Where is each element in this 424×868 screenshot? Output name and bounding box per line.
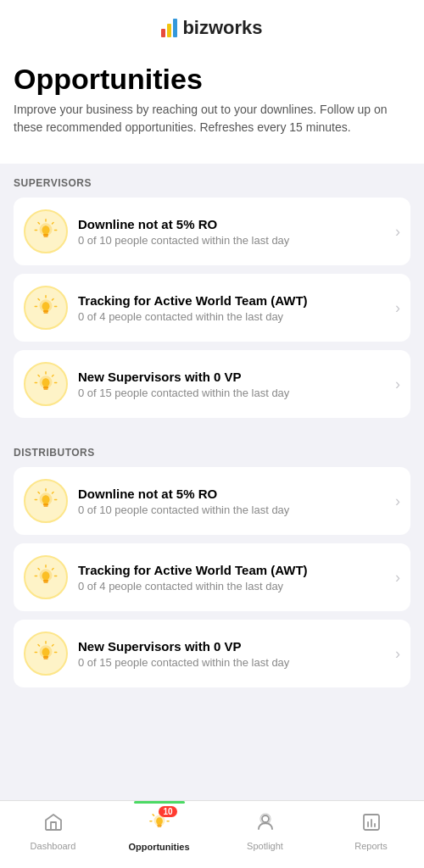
- opportunities-badge: 10: [159, 806, 176, 817]
- distributors-item-0[interactable]: Downline not at 5% RO 0 of 10 people con…: [14, 467, 410, 535]
- svg-rect-38: [43, 580, 48, 581]
- distributors-section-title: DISTRIBUTORS: [14, 447, 410, 459]
- spotlight-icon: [255, 812, 276, 837]
- supervisors-item-0-subtitle: 0 of 10 people contacted within the last…: [78, 234, 388, 247]
- supervisors-section: SUPERVISORS Downline not at 5% RO 0 of 1…: [0, 164, 424, 433]
- supervisors-item-0-title: Downline not at 5% RO: [78, 217, 388, 231]
- svg-line-10: [53, 299, 54, 301]
- header: bizworks: [0, 0, 424, 56]
- reports-icon: [361, 812, 382, 837]
- svg-rect-31: [43, 505, 47, 507]
- svg-rect-15: [43, 312, 47, 314]
- svg-rect-14: [43, 310, 48, 312]
- svg-rect-39: [43, 581, 47, 583]
- logo-container: bizworks: [14, 17, 410, 39]
- supervisors-item-1-subtitle: 0 of 4 people contacted within the last …: [78, 310, 388, 323]
- svg-line-12: [38, 299, 40, 301]
- supervisors-item-2-text: New Supervisors with 0 VP 0 of 15 people…: [78, 370, 388, 399]
- nav-item-spotlight[interactable]: Spotlight: [212, 801, 318, 868]
- distributors-item-2-text: New Supervisors with 0 VP 0 of 15 people…: [78, 639, 388, 669]
- distributors-item-0-subtitle: 0 of 10 people contacted within the last…: [78, 504, 388, 516]
- svg-rect-55: [157, 826, 161, 826]
- nav-label-reports: Reports: [354, 841, 388, 851]
- supervisors-item-0[interactable]: Downline not at 5% RO 0 of 10 people con…: [14, 198, 410, 265]
- svg-line-26: [53, 492, 54, 494]
- nav-item-reports[interactable]: Reports: [318, 801, 424, 868]
- supervisors-item-2-title: New Supervisors with 0 VP: [78, 370, 388, 384]
- distributors-item-2-subtitle: 0 of 15 people contacted within the last…: [78, 656, 388, 669]
- svg-line-42: [53, 645, 54, 647]
- supervisors-item-1[interactable]: Tracking for Active World Team (AWT) 0 o…: [14, 274, 410, 342]
- logo-bar-blue: [173, 19, 177, 37]
- bottom-nav: Dashboard 10 Opportunities: [0, 800, 424, 868]
- opportunity-icon-1: [24, 286, 68, 330]
- svg-line-18: [53, 376, 54, 377]
- svg-rect-22: [43, 387, 48, 388]
- nav-label-opportunities: Opportunities: [128, 842, 189, 852]
- svg-rect-47: [43, 658, 47, 659]
- svg-rect-7: [43, 236, 47, 237]
- page-subtitle: Improve your business by reaching out to…: [14, 101, 410, 150]
- supervisors-item-1-text: Tracking for Active World Team (AWT) 0 o…: [78, 293, 388, 323]
- chevron-right-icon: ›: [395, 223, 400, 241]
- nav-item-opportunities[interactable]: 10 Opportunities: [106, 801, 212, 868]
- badge-container: 10: [148, 811, 170, 838]
- chevron-right-icon: ›: [395, 569, 400, 587]
- nav-label-dashboard: Dashboard: [31, 841, 76, 851]
- chevron-right-icon: ›: [395, 645, 400, 663]
- distributors-item-1-subtitle: 0 of 4 people contacted within the last …: [78, 580, 388, 593]
- logo-name: bizworks: [182, 17, 262, 39]
- svg-rect-46: [43, 656, 48, 658]
- svg-line-28: [38, 492, 40, 494]
- distributors-item-1[interactable]: Tracking for Active World Team (AWT) 0 o…: [14, 543, 410, 611]
- svg-rect-23: [43, 388, 47, 390]
- svg-point-56: [262, 815, 269, 822]
- dist-opportunity-icon-2: [24, 632, 68, 676]
- distributors-item-0-title: Downline not at 5% RO: [78, 487, 388, 501]
- svg-line-20: [38, 376, 40, 377]
- svg-line-36: [38, 569, 40, 570]
- logo-bar-red: [161, 29, 165, 37]
- chevron-right-icon: ›: [395, 492, 400, 510]
- active-indicator: [134, 801, 185, 804]
- distributors-item-1-text: Tracking for Active World Team (AWT) 0 o…: [78, 563, 388, 593]
- svg-rect-6: [43, 234, 48, 236]
- svg-line-2: [53, 223, 54, 225]
- svg-line-44: [38, 645, 40, 647]
- distributors-section: DISTRIBUTORS Downline not at 5% RO 0 of …: [0, 433, 424, 703]
- opportunities-icon: 10: [148, 811, 170, 838]
- logo-bar-yellow: [167, 24, 171, 37]
- distributors-item-0-text: Downline not at 5% RO 0 of 10 people con…: [78, 487, 388, 516]
- chevron-right-icon: ›: [395, 299, 400, 317]
- page-content: Opportunities Improve your business by r…: [0, 56, 424, 164]
- nav-item-dashboard[interactable]: Dashboard: [0, 801, 106, 868]
- supervisors-item-0-text: Downline not at 5% RO 0 of 10 people con…: [78, 217, 388, 247]
- svg-rect-30: [43, 504, 48, 505]
- dist-opportunity-icon-0: [24, 479, 68, 523]
- svg-rect-54: [157, 824, 161, 826]
- supervisors-item-2-subtitle: 0 of 15 people contacted within the last…: [78, 387, 388, 399]
- opportunity-icon-0: [24, 209, 68, 253]
- svg-line-52: [153, 814, 153, 815]
- chevron-right-icon: ›: [395, 376, 400, 393]
- supervisors-item-1-title: Tracking for Active World Team (AWT): [78, 293, 388, 308]
- opportunity-icon-2: [24, 362, 68, 406]
- svg-line-34: [53, 569, 54, 570]
- dashboard-icon: [43, 812, 64, 837]
- supervisors-item-2[interactable]: New Supervisors with 0 VP 0 of 15 people…: [14, 350, 410, 418]
- page-title: Opportunities: [14, 56, 410, 101]
- distributors-item-2[interactable]: New Supervisors with 0 VP 0 of 15 people…: [14, 620, 410, 687]
- supervisors-section-title: SUPERVISORS: [14, 177, 410, 189]
- nav-label-spotlight: Spotlight: [247, 841, 283, 851]
- svg-line-4: [38, 223, 40, 225]
- dist-opportunity-icon-1: [24, 555, 68, 599]
- distributors-item-1-title: Tracking for Active World Team (AWT): [78, 563, 388, 577]
- distributors-item-2-title: New Supervisors with 0 VP: [78, 639, 388, 654]
- logo-icon: [161, 19, 177, 37]
